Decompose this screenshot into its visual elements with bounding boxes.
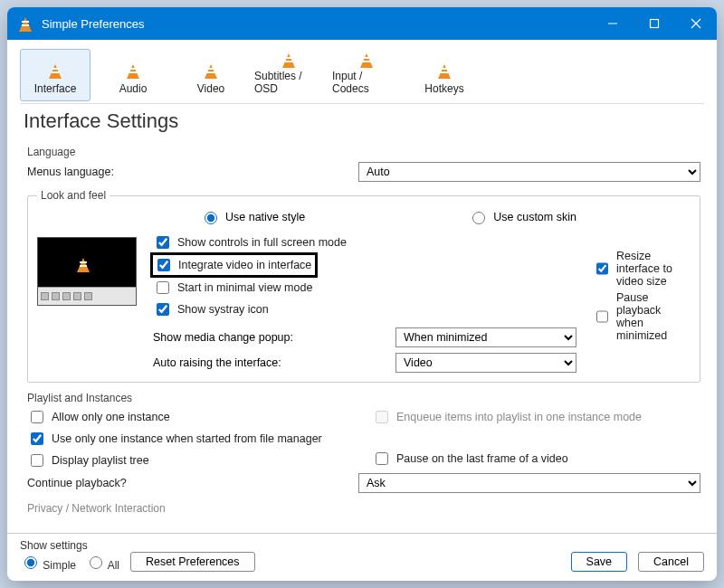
check-integrate-video[interactable]: Integrate video in interface (153, 255, 315, 275)
check-start-minimal[interactable]: Start in minimal view mode (153, 279, 576, 297)
category-tabs: Interface Audio Video Subtitles / OSD In… (7, 40, 717, 101)
preview-cone-icon (74, 254, 92, 272)
radio-native-input[interactable] (205, 212, 217, 224)
reset-preferences-button[interactable]: Reset Preferences (130, 552, 255, 572)
settings-scroll[interactable]: Language Menus language: Auto Look and f… (7, 137, 717, 533)
continue-playback-label: Continue playback? (27, 477, 353, 489)
check-pause-last-frame[interactable]: Pause on the last frame of a video (372, 450, 700, 468)
check-resize-interface[interactable]: Resize interface to video size (593, 250, 691, 288)
cancel-button[interactable]: Cancel (638, 552, 704, 572)
auto-raise-select[interactable]: Video (395, 353, 576, 373)
radio-all[interactable]: All (85, 554, 119, 572)
tab-audio[interactable]: Audio (98, 49, 168, 101)
show-settings-label: Show settings (20, 539, 119, 552)
tab-interface[interactable]: Interface (20, 49, 90, 101)
close-button[interactable] (675, 7, 717, 40)
check-enqueue-items: Enqueue items into playlist in one insta… (372, 408, 700, 426)
check-show-controls[interactable]: Show controls in full screen mode (153, 233, 576, 251)
tab-subtitles[interactable]: Subtitles / OSD (253, 49, 324, 101)
tab-video[interactable]: Video (176, 49, 246, 101)
radio-native-style[interactable]: Use native style (200, 209, 305, 224)
media-popup-label: Show media change popup: (153, 331, 379, 344)
bottom-bar: Show settings Simple All Reset Preferenc… (7, 533, 717, 581)
divider (20, 103, 704, 104)
auto-raise-label: Auto raising the interface: (153, 356, 379, 369)
continue-playback-select[interactable]: Ask (358, 473, 700, 493)
check-show-systray[interactable]: Show systray icon (153, 300, 576, 318)
check-pause-minimized[interactable]: Pause playback when minimized (593, 291, 691, 342)
tab-hotkeys[interactable]: Hotkeys (409, 49, 480, 101)
minimize-button[interactable] (592, 7, 634, 40)
interface-preview (37, 237, 137, 306)
media-popup-select[interactable]: When minimized (395, 327, 576, 347)
save-button[interactable]: Save (571, 552, 628, 572)
check-display-playlist-tree[interactable]: Display playlist tree (27, 451, 356, 469)
window-title: Simple Preferences (42, 17, 592, 31)
tab-input-codecs[interactable]: Input / Codecs (331, 49, 402, 101)
check-allow-one-instance[interactable]: Allow only one instance (27, 408, 356, 426)
titlebar: Simple Preferences (7, 7, 717, 40)
section-privacy: Privacy / Network Interaction (27, 502, 700, 515)
vlc-cone-icon (16, 14, 34, 34)
menus-language-select[interactable]: Auto (358, 162, 700, 182)
maximize-button[interactable] (634, 7, 675, 40)
page-title: Interface Settings (24, 109, 700, 133)
look-and-feel-group: Look and feel Use native style Use custo… (27, 189, 700, 383)
radio-custom-skin[interactable]: Use custom skin (468, 209, 576, 224)
radio-custom-input[interactable] (472, 212, 485, 224)
section-playlist: Playlist and Instances (27, 392, 700, 404)
show-settings-group: Show settings Simple All (20, 539, 119, 572)
section-look-and-feel: Look and feel (37, 189, 110, 202)
svg-rect-1 (651, 20, 659, 28)
menus-language-label: Menus language: (27, 166, 353, 178)
preview-controls (38, 287, 136, 305)
section-language: Language (27, 146, 700, 158)
check-one-instance-fm[interactable]: Use only one instance when started from … (27, 430, 356, 448)
radio-simple[interactable]: Simple (20, 554, 76, 572)
preferences-window: Simple Preferences Interface Audio Video… (7, 7, 717, 581)
